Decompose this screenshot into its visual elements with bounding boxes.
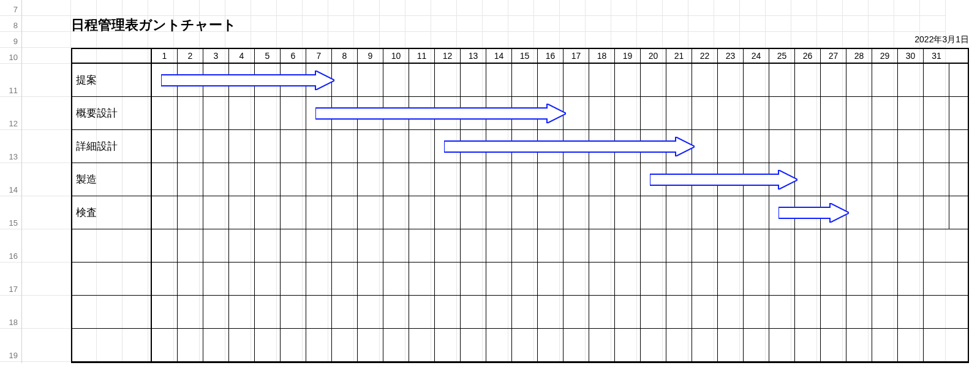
gantt-cell[interactable] bbox=[383, 296, 409, 328]
gantt-cell[interactable] bbox=[666, 263, 692, 295]
gantt-cell[interactable] bbox=[718, 196, 744, 229]
gantt-cell[interactable] bbox=[486, 329, 512, 361]
gantt-task-name[interactable] bbox=[72, 329, 152, 361]
gantt-cell[interactable] bbox=[461, 196, 486, 229]
row-header[interactable]: 18 bbox=[0, 296, 21, 329]
gantt-cell[interactable] bbox=[769, 64, 795, 96]
gantt-cell[interactable] bbox=[795, 296, 821, 328]
gantt-cell[interactable] bbox=[846, 296, 872, 328]
gantt-cell[interactable] bbox=[795, 329, 821, 361]
gantt-cell[interactable] bbox=[178, 263, 203, 295]
row-header[interactable]: 14 bbox=[0, 163, 21, 196]
gantt-cell[interactable] bbox=[641, 97, 666, 129]
gantt-cell[interactable] bbox=[615, 130, 641, 163]
gantt-cell[interactable] bbox=[461, 130, 486, 163]
gantt-cell[interactable] bbox=[744, 97, 769, 129]
gantt-cell[interactable] bbox=[383, 163, 409, 196]
gantt-cell[interactable] bbox=[461, 296, 486, 328]
gantt-cell[interactable] bbox=[255, 196, 281, 229]
gantt-day-cell[interactable]: 8 bbox=[332, 49, 358, 63]
gantt-cell[interactable] bbox=[203, 229, 229, 262]
gantt-cell[interactable] bbox=[178, 64, 203, 96]
gantt-cell[interactable] bbox=[409, 296, 435, 328]
gantt-day-cell[interactable]: 1 bbox=[152, 49, 178, 63]
gantt-cell[interactable] bbox=[666, 64, 692, 96]
gantt-cell[interactable] bbox=[332, 163, 358, 196]
gantt-cell[interactable] bbox=[692, 64, 718, 96]
gantt-cell[interactable] bbox=[718, 64, 744, 96]
gantt-cell[interactable] bbox=[615, 296, 641, 328]
gantt-day-cell[interactable]: 11 bbox=[409, 49, 435, 63]
gantt-day-cell[interactable]: 19 bbox=[615, 49, 641, 63]
row-header[interactable]: 17 bbox=[0, 263, 21, 296]
gantt-cell[interactable] bbox=[589, 64, 615, 96]
gantt-day-cell[interactable]: 28 bbox=[846, 49, 872, 63]
gantt-cell[interactable] bbox=[461, 163, 486, 196]
gantt-cell[interactable] bbox=[512, 329, 538, 361]
gantt-cell[interactable] bbox=[898, 64, 924, 96]
gantt-cell[interactable] bbox=[332, 196, 358, 229]
gantt-cell[interactable] bbox=[409, 130, 435, 163]
gantt-cell[interactable] bbox=[538, 196, 564, 229]
gantt-cell[interactable] bbox=[795, 130, 821, 163]
gantt-cell[interactable] bbox=[538, 64, 564, 96]
gantt-task-name[interactable]: 提案 bbox=[72, 64, 152, 96]
gantt-cell[interactable] bbox=[178, 329, 203, 361]
gantt-day-cell[interactable]: 13 bbox=[461, 49, 486, 63]
gantt-cell[interactable] bbox=[152, 130, 178, 163]
gantt-cell[interactable] bbox=[872, 64, 898, 96]
gantt-cell[interactable] bbox=[332, 97, 358, 129]
gantt-day-cell[interactable]: 3 bbox=[203, 49, 229, 63]
gantt-cell[interactable] bbox=[564, 64, 589, 96]
gantt-cell[interactable] bbox=[744, 130, 769, 163]
gantt-cell[interactable] bbox=[152, 229, 178, 262]
gantt-cell[interactable] bbox=[178, 97, 203, 129]
gantt-cell[interactable] bbox=[409, 64, 435, 96]
gantt-cell[interactable] bbox=[486, 229, 512, 262]
gantt-cell[interactable] bbox=[846, 130, 872, 163]
gantt-day-cell[interactable]: 6 bbox=[281, 49, 306, 63]
row-header[interactable]: 8 bbox=[0, 16, 21, 32]
gantt-cell[interactable] bbox=[486, 296, 512, 328]
gantt-cell[interactable] bbox=[229, 196, 255, 229]
gantt-cell[interactable] bbox=[821, 229, 846, 262]
gantt-cell[interactable] bbox=[615, 97, 641, 129]
gantt-day-cell[interactable]: 12 bbox=[435, 49, 461, 63]
gantt-cell[interactable] bbox=[692, 263, 718, 295]
gantt-cell[interactable] bbox=[486, 263, 512, 295]
gantt-cell[interactable] bbox=[795, 263, 821, 295]
gantt-cell[interactable] bbox=[461, 97, 486, 129]
gantt-cell[interactable] bbox=[538, 163, 564, 196]
gantt-cell[interactable] bbox=[229, 163, 255, 196]
gantt-cell[interactable] bbox=[744, 296, 769, 328]
gantt-cell[interactable] bbox=[358, 64, 383, 96]
gantt-cell[interactable] bbox=[641, 263, 666, 295]
gantt-cell[interactable] bbox=[769, 163, 795, 196]
gantt-cell[interactable] bbox=[692, 163, 718, 196]
gantt-cell[interactable] bbox=[512, 229, 538, 262]
gantt-cell[interactable] bbox=[332, 64, 358, 96]
gantt-cell[interactable] bbox=[281, 329, 306, 361]
gantt-cell[interactable] bbox=[332, 329, 358, 361]
gantt-cell[interactable] bbox=[538, 229, 564, 262]
gantt-cell[interactable] bbox=[589, 196, 615, 229]
gantt-cell[interactable] bbox=[358, 97, 383, 129]
gantt-cell[interactable] bbox=[924, 130, 949, 163]
gantt-cell[interactable] bbox=[692, 296, 718, 328]
gantt-cell[interactable] bbox=[435, 163, 461, 196]
gantt-cell[interactable] bbox=[666, 196, 692, 229]
gantt-cell[interactable] bbox=[435, 196, 461, 229]
gantt-cell[interactable] bbox=[152, 64, 178, 96]
gantt-cell[interactable] bbox=[306, 130, 332, 163]
gantt-cell[interactable] bbox=[383, 229, 409, 262]
gantt-cell[interactable] bbox=[564, 229, 589, 262]
gantt-cell[interactable] bbox=[718, 163, 744, 196]
row-header[interactable]: 9 bbox=[0, 32, 21, 48]
gantt-cell[interactable] bbox=[589, 97, 615, 129]
gantt-cell[interactable] bbox=[152, 163, 178, 196]
gantt-cell[interactable] bbox=[538, 296, 564, 328]
gantt-day-cell[interactable]: 16 bbox=[538, 49, 564, 63]
gantt-cell[interactable] bbox=[383, 263, 409, 295]
gantt-cell[interactable] bbox=[332, 229, 358, 262]
gantt-cell[interactable] bbox=[306, 196, 332, 229]
